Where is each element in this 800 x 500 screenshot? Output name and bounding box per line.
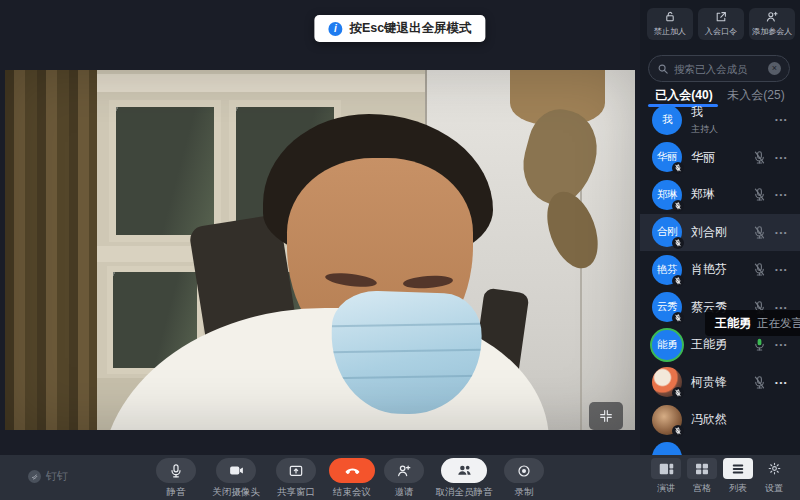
action-label: 禁止加人 xyxy=(654,26,686,37)
share-window-icon xyxy=(288,463,304,479)
more-button[interactable]: ••• xyxy=(775,378,788,387)
speaker-view-icon xyxy=(659,463,674,475)
participant-name: 华丽 xyxy=(691,149,715,166)
mic-muted-icon[interactable] xyxy=(752,375,767,390)
mic-muted-icon[interactable] xyxy=(752,150,767,165)
avatar-initials: 我 xyxy=(662,113,672,127)
participant-list: 我 我 主持人 ••• 华丽 华丽 ••• xyxy=(640,101,800,455)
participant-name: 柯贵锋 xyxy=(691,374,727,391)
view-switcher: 演讲 宫格 xyxy=(648,458,792,495)
avatar-speaking: 能勇 xyxy=(652,330,682,360)
speaker-status: 正在发言 xyxy=(757,316,800,331)
speaking-toast: 王能勇 正在发言 xyxy=(705,310,800,336)
more-button[interactable]: ••• xyxy=(775,265,788,274)
view-speaker-button[interactable]: 演讲 xyxy=(648,458,684,495)
mic-icon xyxy=(168,463,184,479)
avatar-muted-badge xyxy=(672,237,684,249)
search-input[interactable] xyxy=(674,63,763,75)
avatar-initials: 能勇 xyxy=(657,338,677,352)
unmute-all-button[interactable]: 取消全员静音 xyxy=(428,458,500,499)
participant-role: 主持人 xyxy=(691,123,718,136)
meeting-controls: 静音 关闭摄像头 共享窗口 xyxy=(148,458,548,499)
passcode-icon xyxy=(714,10,728,24)
participant-row[interactable]: 冯欣然 xyxy=(640,401,800,439)
participants-panel: 禁止加人 入会口令 添 xyxy=(640,0,800,455)
avatar-muted-badge xyxy=(672,312,684,324)
avatar-muted-badge xyxy=(672,275,684,287)
panel-actions: 禁止加人 入会口令 添 xyxy=(647,8,795,40)
participant-name: 肖艳芬 xyxy=(691,261,727,278)
avatar: 艳芬 xyxy=(652,255,682,285)
action-label: 添加参会人 xyxy=(752,26,792,37)
banner-text: 按Esc键退出全屏模式 xyxy=(349,20,471,37)
mic-muted-icon[interactable] xyxy=(752,187,767,202)
add-participant-button[interactable]: 添加参会人 xyxy=(749,8,795,40)
unlock-icon xyxy=(663,10,677,24)
speaker-name: 王能勇 xyxy=(715,315,751,332)
video-bg-curtain xyxy=(5,70,97,430)
more-button[interactable]: ••• xyxy=(775,153,788,162)
participant-name: 王能勇 xyxy=(691,336,727,353)
main-video-tile xyxy=(5,70,635,430)
settings-button[interactable]: 设置 xyxy=(756,458,792,495)
participant-row-highlighted[interactable]: 合刚 刘合刚 ••• xyxy=(640,214,800,252)
esc-fullscreen-banner: i 按Esc键退出全屏模式 xyxy=(314,15,485,42)
more-button[interactable]: ••• xyxy=(775,340,788,349)
forbid-join-button[interactable]: 禁止加人 xyxy=(647,8,693,40)
dingtalk-logo-icon xyxy=(28,470,41,483)
participant-row[interactable]: 郑琳 郑琳 ••• xyxy=(640,176,800,214)
avatar: 合刚 xyxy=(652,217,682,247)
meeting-passcode-button[interactable]: 入会口令 xyxy=(698,8,744,40)
avatar: 云秀 xyxy=(652,292,682,322)
hangup-icon xyxy=(344,462,361,479)
avatar-muted-badge xyxy=(672,162,684,174)
participant-row-me[interactable]: 我 我 主持人 ••• xyxy=(640,101,800,139)
clear-search-icon[interactable]: × xyxy=(768,62,781,75)
mic-active-icon[interactable] xyxy=(752,337,767,352)
record-icon xyxy=(516,463,532,479)
list-view-icon xyxy=(731,463,745,475)
bottom-toolbar: 钉钉 静音 关闭摄像头 xyxy=(0,455,800,500)
mic-muted-icon[interactable] xyxy=(752,262,767,277)
participant-row-partial[interactable] xyxy=(640,439,800,456)
collapse-icon xyxy=(598,408,614,424)
avatar-muted-badge xyxy=(672,200,684,212)
avatar: 我 xyxy=(652,105,682,135)
record-button[interactable]: 录制 xyxy=(500,458,548,499)
avatar-photo xyxy=(652,405,682,435)
search-icon xyxy=(657,63,669,75)
avatar-muted-badge xyxy=(672,425,684,437)
brand-name: 钉钉 xyxy=(46,469,68,484)
view-list-button[interactable]: 列表 xyxy=(720,458,756,495)
participant-row[interactable]: 艳芬 肖艳芬 ••• xyxy=(640,251,800,289)
participant-row[interactable]: 华丽 华丽 ••• xyxy=(640,139,800,177)
exit-fullscreen-button[interactable] xyxy=(589,402,623,430)
share-window-button[interactable]: 共享窗口 xyxy=(268,458,324,499)
avatar xyxy=(652,442,682,455)
camera-icon xyxy=(228,462,245,479)
participant-name: 我 xyxy=(691,104,718,121)
mic-muted-icon[interactable] xyxy=(752,225,767,240)
camera-off-button[interactable]: 关闭摄像头 xyxy=(204,458,268,499)
person-add-icon xyxy=(765,10,779,24)
invite-button[interactable]: 邀请 xyxy=(380,458,428,499)
participant-name: 冯欣然 xyxy=(691,411,727,428)
avatar: 郑琳 xyxy=(652,180,682,210)
search-box[interactable]: × xyxy=(648,55,790,82)
app-brand: 钉钉 xyxy=(28,469,68,484)
gear-icon xyxy=(767,461,782,476)
info-icon: i xyxy=(328,22,342,36)
mute-button[interactable]: 静音 xyxy=(148,458,204,499)
participant-name: 郑琳 xyxy=(691,186,715,203)
avatar-initials: 郑琳 xyxy=(657,188,677,202)
grid-view-icon xyxy=(695,463,709,475)
avatar-photo xyxy=(652,367,682,397)
people-icon xyxy=(456,462,473,479)
more-button[interactable]: ••• xyxy=(775,115,788,124)
view-grid-button[interactable]: 宫格 xyxy=(684,458,720,495)
end-meeting-button[interactable]: 结束会议 xyxy=(324,458,380,499)
invite-icon xyxy=(396,463,412,479)
more-button[interactable]: ••• xyxy=(775,190,788,199)
more-button[interactable]: ••• xyxy=(775,228,788,237)
participant-row[interactable]: 柯贵锋 ••• xyxy=(640,364,800,402)
